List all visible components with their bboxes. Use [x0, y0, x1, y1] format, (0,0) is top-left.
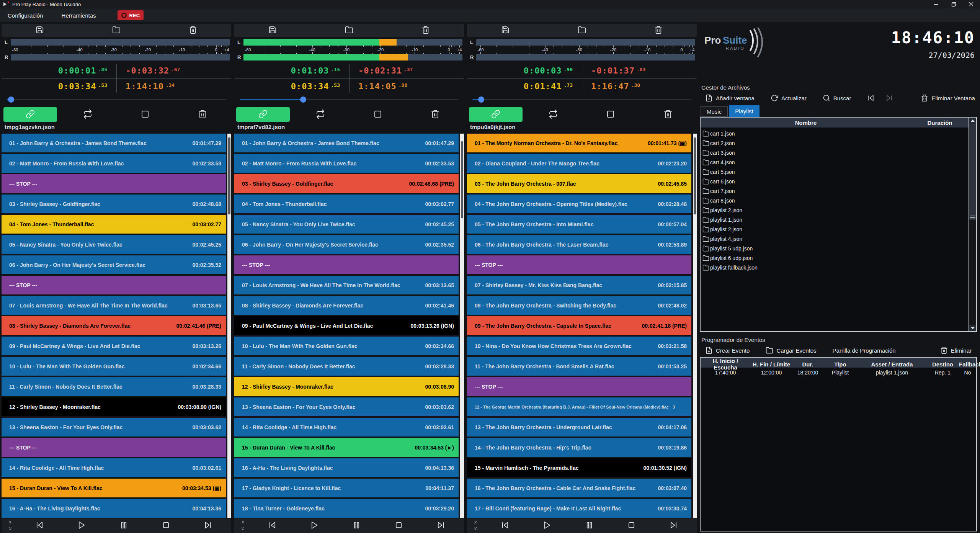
menu-herramientas[interactable]: Herramientas	[59, 12, 98, 19]
file-item[interactable]: playlist 5 udp.json	[701, 244, 969, 253]
scroll-thumb[interactable]	[969, 124, 976, 220]
stop-row[interactable]: --- STOP ---	[467, 377, 691, 396]
file-item[interactable]: cart 4.json	[701, 157, 969, 167]
program-grid-button[interactable]: Parrilla de Programación	[830, 347, 898, 354]
playlist-row[interactable]: 01 - The Monty Norman Orchestra - Dr. No…	[467, 134, 691, 152]
next-track-button[interactable]	[436, 520, 446, 531]
stop-row[interactable]: --- STOP ---	[2, 174, 226, 193]
playlist-row[interactable]: 07 - Louis Armstrong - We Have All The T…	[2, 296, 226, 315]
playlist-row[interactable]: 15 - Duran Duran - View To A Kill.flac00…	[2, 479, 226, 497]
playlist-row[interactable]: 01 - John Barry & Orchestra - James Bond…	[234, 134, 459, 152]
playlist-row[interactable]: 11 - The John Barry Orchestra - Bond Sme…	[467, 357, 691, 376]
playlist-row[interactable]: 03 - Shirley Bassey - Goldfinger.flac00:…	[2, 195, 226, 213]
playlist-row[interactable]: 02 - Diana Coupland - Under The Mango Tr…	[467, 154, 691, 173]
playlist-row[interactable]: 13 - The John Barry Orchestra - Undergro…	[467, 418, 691, 437]
scroll-down-button[interactable]	[473, 526, 478, 532]
stop-after-track-button[interactable]	[138, 109, 152, 120]
close-button[interactable]	[962, 0, 980, 8]
playlist-row[interactable]: 17 - Bill Conti (featuring Rage) - Make …	[467, 499, 691, 518]
scroll-down-button[interactable]	[8, 526, 13, 532]
playlist-scrollbar[interactable]	[693, 134, 697, 518]
playlist-row[interactable]: 17 - Gladys Knight - Licence to Kill.fla…	[234, 479, 459, 497]
slider-thumb[interactable]	[8, 96, 14, 103]
play-button[interactable]	[77, 520, 87, 531]
minimize-button[interactable]	[927, 0, 945, 8]
repeat-button[interactable]	[314, 109, 327, 120]
playlist-row[interactable]: 14 - The John Barry Orchestra - Hip's Tr…	[467, 438, 691, 457]
link-decks-button[interactable]	[3, 107, 57, 122]
seek-slider[interactable]	[472, 95, 691, 104]
seek-slider[interactable]	[7, 95, 226, 104]
playlist-row[interactable]: 12 - Shirley Bassey - Moonraker.flac00:0…	[234, 377, 459, 396]
file-item[interactable]: playlist 1.json	[701, 215, 969, 224]
create-event-button[interactable]: Crear Evento	[703, 346, 752, 355]
playlist-row[interactable]: 12 - Shirley Bassey - Moonraker.flac00:0…	[2, 397, 226, 416]
stop-button[interactable]	[161, 520, 171, 531]
playlist-row[interactable]: 14 - Rita Coolidge - All Time High.flac0…	[234, 418, 459, 437]
delete-track-button[interactable]	[661, 109, 675, 120]
playlist-row[interactable]: 08 - Shirley Bassey - Diamonds Are Forev…	[234, 296, 459, 315]
playlist-row[interactable]: 09 - Paul McCartney & Wings - Live And L…	[234, 316, 459, 335]
pause-button[interactable]	[119, 520, 129, 531]
playlist-row[interactable]: 02 - Matt Monro - From Russia With Love.…	[2, 154, 226, 173]
stop-after-track-button[interactable]	[604, 109, 617, 120]
link-decks-button[interactable]	[236, 107, 290, 122]
add-window-button[interactable]: Añadir ventana	[703, 94, 757, 102]
nav-previous-button[interactable]	[865, 94, 877, 102]
play-button[interactable]	[542, 520, 552, 531]
playlist-row[interactable]: 07 - Louis Armstrong - We Have All The T…	[234, 276, 459, 294]
clear-playlist-button[interactable]	[653, 25, 663, 36]
rec-button[interactable]: REC	[118, 10, 144, 20]
file-item[interactable]: cart 3.json	[701, 148, 969, 157]
tab-music[interactable]: Music	[701, 106, 728, 117]
stop-row[interactable]: --- STOP ---	[467, 255, 691, 274]
playlist-row[interactable]: 06 - John Barry - On Her Majesty's Secre…	[2, 255, 226, 274]
playlist-row[interactable]: 15 - Marvin Hamlisch - The Pyramids.flac…	[467, 458, 691, 477]
restore-button[interactable]	[945, 0, 962, 8]
file-item[interactable]: playlist 2.json	[701, 224, 969, 234]
previous-track-button[interactable]	[500, 520, 510, 531]
playlist-row[interactable]: 04 - Tom Jones - Thunderball.flac00:03:0…	[234, 195, 459, 213]
clear-playlist-button[interactable]	[188, 25, 198, 36]
stop-after-track-button[interactable]	[371, 109, 385, 120]
file-item[interactable]: cart 7.json	[701, 186, 969, 196]
link-decks-button[interactable]	[469, 107, 523, 122]
delete-track-button[interactable]	[428, 109, 442, 120]
playlist-row[interactable]: 16 - A-Ha - The Living Daylights.flac00:…	[2, 499, 226, 518]
pause-button[interactable]	[351, 520, 362, 531]
previous-track-button[interactable]	[267, 520, 278, 531]
file-item[interactable]: playlist 4.json	[701, 234, 969, 244]
playlist-row[interactable]: 03 - The John Barry Orchestra - 007.flac…	[467, 174, 691, 193]
file-item[interactable]: cart 1.json	[701, 129, 969, 138]
tab-playlist[interactable]: Playlist	[729, 105, 760, 117]
file-item[interactable]: cart 5.json	[701, 167, 969, 177]
open-playlist-button[interactable]	[577, 25, 587, 36]
file-item[interactable]: playilst 2.json	[701, 205, 969, 215]
playlist-scrollbar[interactable]	[227, 134, 231, 518]
search-button[interactable]: Buscar	[820, 94, 854, 102]
file-item[interactable]: cart 8.json	[701, 196, 969, 205]
scroll-down-button[interactable]	[240, 526, 245, 532]
repeat-button[interactable]	[81, 109, 95, 120]
file-item[interactable]: playlist fallback.json	[701, 263, 969, 272]
file-item[interactable]: cart 2.json	[701, 138, 969, 148]
playlist-row[interactable]: 15 - Duran Duran - View To A Kill.flac00…	[234, 438, 459, 457]
open-playlist-button[interactable]	[111, 25, 121, 36]
load-events-button[interactable]: Cargar Eventos	[763, 346, 818, 355]
next-track-button[interactable]	[203, 520, 213, 531]
playlist-row[interactable]: 09 - The John Barry Orchestra - Capsule …	[467, 316, 691, 335]
slider-thumb[interactable]	[300, 96, 306, 103]
play-button[interactable]	[309, 520, 320, 531]
clear-playlist-button[interactable]	[421, 25, 431, 36]
scroll-up-button[interactable]	[8, 520, 13, 526]
playlist-row[interactable]: 03 - Shirley Bassey - Goldfinger.flac00:…	[234, 174, 459, 193]
stop-button[interactable]	[626, 520, 637, 531]
playlist-row[interactable]: 05 - Nancy Sinatra - You Only Live Twice…	[234, 215, 459, 234]
event-row[interactable]: 17:40:0012:00:0018:20:00Playlistplaylist…	[701, 368, 976, 378]
stop-button[interactable]	[394, 520, 404, 531]
slider-thumb[interactable]	[478, 96, 484, 103]
stop-row[interactable]: --- STOP ---	[2, 276, 226, 294]
playlist-scroll-thumb[interactable]	[461, 141, 463, 218]
file-item[interactable]: playlist 6 udp.json	[701, 253, 969, 263]
playlist-row[interactable]: 08 - Shirley Bassey - Diamonds Are Forev…	[2, 316, 226, 335]
